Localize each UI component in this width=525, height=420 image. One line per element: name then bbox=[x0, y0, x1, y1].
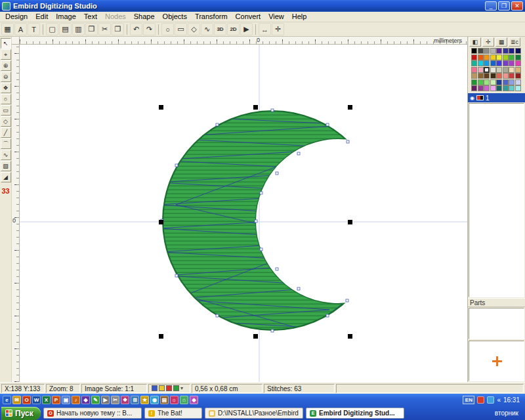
selection-handle[interactable] bbox=[253, 334, 258, 339]
menu-item-transform[interactable]: Transform bbox=[191, 12, 232, 22]
simulate-icon[interactable]: ▶ bbox=[240, 23, 253, 35]
language-indicator[interactable]: EN bbox=[463, 396, 474, 404]
center-icon[interactable]: ✛ bbox=[272, 23, 284, 35]
color-swatch[interactable] bbox=[503, 73, 509, 79]
object-list-selected-row[interactable]: ◉ 1 bbox=[468, 93, 525, 102]
task-button-4[interactable]: EEmbird Digitizing Stud... bbox=[306, 408, 404, 419]
color-swatch[interactable] bbox=[490, 85, 496, 91]
color-swatch[interactable] bbox=[496, 60, 502, 66]
task-button-3[interactable]: ▤D:\INSTALL\Разное\Embird bbox=[205, 408, 303, 419]
zoom-in-tool[interactable]: ⊕ bbox=[1, 60, 11, 71]
color-swatch[interactable] bbox=[490, 73, 496, 79]
start-button[interactable]: Пуск bbox=[1, 407, 41, 420]
color-swatch[interactable] bbox=[503, 54, 509, 60]
add-color-button[interactable]: ✛ bbox=[482, 37, 494, 47]
color-swatch[interactable] bbox=[484, 48, 490, 54]
color-swatch[interactable] bbox=[509, 73, 514, 79]
color-swatch[interactable] bbox=[484, 79, 490, 85]
color-swatch[interactable] bbox=[478, 67, 484, 73]
color-swatch[interactable] bbox=[503, 60, 509, 66]
color-swatch[interactable] bbox=[478, 73, 484, 79]
color-swatch[interactable] bbox=[471, 79, 477, 85]
grid-icon[interactable]: ▦ bbox=[1, 23, 14, 35]
color-swatch[interactable] bbox=[478, 54, 484, 60]
menu-item-edit[interactable]: Edit bbox=[32, 12, 52, 22]
color-swatch[interactable] bbox=[496, 54, 502, 60]
task-button-2[interactable]: !The Bat! bbox=[144, 408, 202, 419]
quick-launch-icon-18[interactable]: ☼ bbox=[170, 396, 178, 404]
satin-tool[interactable]: ◢ bbox=[1, 172, 11, 182]
design-canvas[interactable] bbox=[20, 45, 467, 382]
color-swatch[interactable] bbox=[509, 79, 514, 85]
color-swatch[interactable] bbox=[478, 85, 484, 91]
palette-grid-button[interactable]: ▦ bbox=[495, 37, 507, 47]
close-button[interactable]: ✕ bbox=[511, 1, 523, 10]
color-swatch[interactable] bbox=[484, 73, 490, 79]
selection-handle[interactable] bbox=[348, 220, 352, 224]
quick-launch-icon-7[interactable]: ▣ bbox=[62, 396, 70, 404]
color-swatch[interactable] bbox=[515, 54, 521, 60]
quick-launch-icon-4[interactable]: W bbox=[32, 396, 41, 404]
menu-item-shape[interactable]: Shape bbox=[130, 12, 159, 22]
color-swatch[interactable] bbox=[478, 79, 484, 85]
copy-icon[interactable]: ❐ bbox=[112, 23, 124, 35]
redo-icon[interactable]: ↷ bbox=[143, 23, 156, 35]
selection-handle[interactable] bbox=[159, 334, 163, 339]
color-swatch[interactable] bbox=[503, 85, 509, 91]
tray-chevron-icon[interactable]: « bbox=[497, 396, 501, 404]
quick-launch-icon-5[interactable]: X bbox=[42, 396, 51, 404]
color-swatch[interactable] bbox=[509, 67, 514, 73]
color-swatch[interactable] bbox=[515, 79, 521, 85]
node-tool[interactable]: ⌖ bbox=[1, 49, 11, 60]
quick-launch-icon-11[interactable]: ▶ bbox=[101, 396, 110, 404]
quick-launch-icon-12[interactable]: ✂ bbox=[111, 396, 119, 404]
fill-tool[interactable]: ▧ bbox=[1, 161, 11, 171]
restore-button[interactable]: ❐ bbox=[498, 1, 510, 10]
rect-icon[interactable]: ▭ bbox=[175, 23, 187, 35]
color-swatch[interactable] bbox=[471, 73, 477, 79]
menu-item-objects[interactable]: Objects bbox=[159, 12, 191, 22]
menu-item-help[interactable]: Help bbox=[288, 12, 311, 22]
quick-launch-icon-6[interactable]: P bbox=[52, 396, 60, 404]
palette-config-button[interactable]: ≣c bbox=[509, 37, 520, 47]
menu-item-design[interactable]: Design bbox=[1, 12, 32, 22]
selection-handle[interactable] bbox=[348, 334, 352, 339]
color-swatch[interactable] bbox=[490, 60, 496, 66]
color-swatch[interactable] bbox=[496, 73, 502, 79]
select-tool[interactable]: ↖ bbox=[1, 38, 11, 49]
object-list[interactable] bbox=[469, 103, 524, 297]
minimize-button[interactable]: _ bbox=[485, 1, 497, 10]
task-button-1[interactable]: OНачать новую тему :: В... bbox=[43, 408, 142, 419]
ellipse-tool[interactable]: ○ bbox=[1, 94, 11, 104]
color-swatch[interactable] bbox=[478, 48, 484, 54]
color-swatch[interactable] bbox=[503, 79, 509, 85]
clock[interactable]: 16:31 bbox=[503, 396, 522, 404]
color-swatch[interactable] bbox=[490, 79, 496, 85]
app-icon[interactable] bbox=[2, 2, 10, 10]
selection-handle[interactable] bbox=[348, 105, 352, 110]
color-swatch[interactable] bbox=[496, 67, 502, 73]
color-swatch[interactable] bbox=[484, 60, 490, 66]
color-swatch[interactable] bbox=[490, 67, 496, 73]
color-swatch[interactable] bbox=[515, 67, 521, 73]
menu-item-image[interactable]: Image bbox=[52, 12, 80, 22]
save-icon[interactable]: ▥ bbox=[72, 23, 85, 35]
color-swatch[interactable] bbox=[496, 48, 502, 54]
rect-tool[interactable]: ▭ bbox=[1, 105, 11, 116]
color-swatch[interactable] bbox=[515, 60, 521, 66]
color-swatch[interactable] bbox=[515, 85, 521, 91]
quick-launch-icon-14[interactable]: ⊞ bbox=[131, 396, 139, 404]
selection-handle[interactable] bbox=[159, 220, 163, 224]
quick-launch-icon-1[interactable]: e bbox=[3, 396, 11, 404]
freehand-tool[interactable]: ∿ bbox=[1, 150, 11, 160]
undo-icon[interactable]: ↶ bbox=[130, 23, 142, 35]
visibility-icon[interactable]: ◉ bbox=[470, 95, 474, 101]
zoom-out-tool[interactable]: ⊖ bbox=[1, 72, 11, 82]
print-icon[interactable]: ❒ bbox=[85, 23, 98, 35]
color-swatch[interactable] bbox=[496, 85, 502, 91]
polygon-icon[interactable]: ◇ bbox=[188, 23, 200, 35]
menu-item-convert[interactable]: Convert bbox=[232, 12, 265, 22]
quick-launch-icon-15[interactable]: ★ bbox=[140, 396, 149, 404]
open-icon[interactable]: ▤ bbox=[59, 23, 72, 35]
color-swatch[interactable] bbox=[471, 85, 477, 91]
